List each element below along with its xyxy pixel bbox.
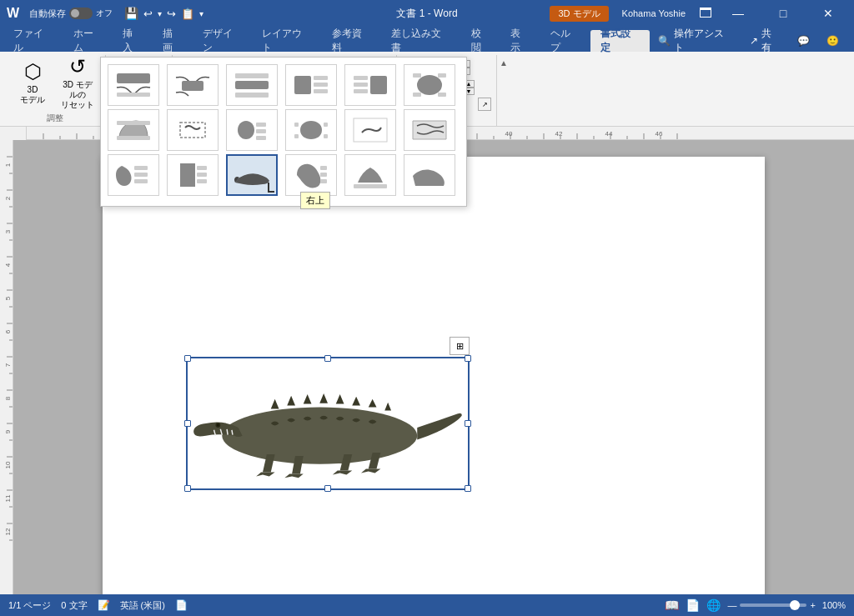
tab-draw[interactable]: 描画: [153, 30, 193, 52]
statusbar-right: 📖 📄 🌐 — + 100%: [665, 598, 846, 612]
handle-top-center[interactable]: [324, 355, 331, 362]
handle-bottom-right[interactable]: [465, 485, 471, 492]
handle-top-left[interactable]: [184, 355, 191, 362]
titlebar-right: 3D モデル Kohama Yoshie 🗖 — □ ✕: [550, 0, 847, 27]
view-icon-print[interactable]: 📄: [686, 598, 700, 612]
svg-text:1: 1: [4, 163, 12, 167]
svg-rect-122: [134, 173, 148, 177]
wrap-item-0[interactable]: [108, 64, 159, 106]
size-collapse-button[interactable]: ↗: [478, 98, 491, 111]
float-layout-button[interactable]: ⊞: [450, 337, 470, 355]
comments-button[interactable]: 💬: [789, 30, 818, 52]
wrap-item-17[interactable]: [404, 154, 455, 196]
zoom-track[interactable]: [740, 603, 806, 607]
autosave-toggle[interactable]: 自動保存 オフ: [29, 8, 113, 20]
tab-references[interactable]: 参考資料: [322, 30, 382, 52]
tab-review[interactable]: 校閲: [461, 30, 501, 52]
wrap-item-15[interactable]: [285, 154, 337, 196]
tab-3d-model[interactable]: 3D モデル: [550, 6, 608, 22]
zoom-minus-button[interactable]: —: [727, 600, 736, 610]
autosave-state: オフ: [96, 8, 113, 19]
svg-rect-129: [320, 179, 327, 183]
wrap-item-2[interactable]: [226, 64, 278, 106]
svg-point-91: [217, 423, 219, 426]
wrap-item-16[interactable]: [344, 154, 396, 196]
zoom-thumb[interactable]: [790, 600, 800, 610]
main-area: 1 2 3 4 5 6 7 8 9 10 11 12 ⊞: [0, 140, 854, 594]
tab-design[interactable]: デザイン: [193, 30, 253, 52]
tell-me-button[interactable]: 🔍 操作アシスト: [650, 30, 741, 52]
wrap-item-1[interactable]: [167, 64, 219, 106]
clipboard-icon[interactable]: 📋: [181, 8, 194, 20]
wrap-item-5[interactable]: [404, 64, 455, 106]
svg-text:9: 9: [4, 429, 12, 433]
wrap-item-4[interactable]: [344, 64, 396, 106]
autosave-switch[interactable]: [69, 8, 93, 19]
tab-file[interactable]: ファイル: [3, 30, 63, 52]
ribbon-collapse[interactable]: ▲: [497, 55, 510, 126]
share-label: 共有: [761, 27, 781, 55]
wrap-item-12[interactable]: [108, 154, 159, 196]
smiley-button[interactable]: 🙂: [818, 30, 847, 52]
svg-rect-114: [256, 129, 266, 133]
tab-home[interactable]: ホーム: [63, 30, 113, 52]
language[interactable]: 英語 (米国): [120, 599, 165, 612]
svg-rect-126: [197, 179, 207, 183]
image-selection[interactable]: ⊞: [186, 357, 470, 490]
wrap-item-11[interactable]: [404, 109, 455, 151]
undo-dropdown-icon[interactable]: ▾: [158, 9, 162, 18]
word-icon: W: [7, 6, 19, 21]
tab-help[interactable]: ヘルプ: [540, 30, 590, 52]
minimize-button[interactable]: —: [719, 0, 757, 27]
tab-mailings[interactable]: 差し込み文書: [381, 30, 460, 52]
tab-insert[interactable]: 挿入: [113, 30, 153, 52]
svg-rect-100: [314, 83, 328, 87]
wrap-item-3[interactable]: [285, 64, 337, 106]
handle-bottom-center[interactable]: [324, 485, 331, 492]
svg-text:40: 40: [505, 130, 513, 138]
wrap-item-13[interactable]: [167, 154, 219, 196]
titlebar-left: W 自動保存 オフ 💾 ↩ ▾ ↪ 📋 ▾: [7, 6, 203, 21]
search-icon: 🔍: [658, 35, 671, 47]
close-button[interactable]: ✕: [809, 0, 847, 27]
comment-icon: 💬: [797, 35, 810, 47]
titlebar: W 自動保存 オフ 💾 ↩ ▾ ↪ 📋 ▾ 文書 1 - Word 3D モデル…: [0, 0, 854, 27]
wrap-item-6[interactable]: [108, 109, 159, 151]
svg-rect-127: [320, 166, 327, 170]
wrap-item-8[interactable]: [226, 109, 278, 151]
wrap-item-9[interactable]: [285, 109, 337, 151]
handle-middle-right[interactable]: [465, 420, 471, 427]
share-button[interactable]: ↗ 共有: [741, 30, 789, 52]
view-icon-web[interactable]: 🌐: [706, 598, 721, 612]
zoom-level[interactable]: 100%: [822, 600, 846, 610]
svg-rect-107: [413, 73, 421, 78]
tab-format[interactable]: 書式設定: [590, 30, 651, 52]
3d-model-icon: ⬡: [24, 60, 42, 83]
document-page: ⊞: [103, 157, 765, 594]
zoom-plus-button[interactable]: +: [810, 600, 815, 610]
handle-bottom-left[interactable]: [184, 485, 191, 492]
customize-icon[interactable]: ▾: [199, 9, 203, 18]
doc-area[interactable]: ⊞: [13, 140, 854, 594]
maximize-button[interactable]: □: [764, 0, 802, 27]
3d-reset-button[interactable]: ↺ 3D モデルのリセット: [57, 58, 98, 107]
redo-icon[interactable]: ↪: [167, 8, 176, 20]
crocodile-image-container[interactable]: ⊞: [186, 357, 470, 490]
save-icon[interactable]: 💾: [124, 7, 138, 20]
svg-text:4: 4: [4, 263, 12, 267]
handle-middle-left[interactable]: [184, 420, 191, 427]
wrap-item-14-selected[interactable]: [226, 154, 278, 196]
view-icon-read[interactable]: 📖: [665, 598, 679, 612]
smiley-icon: 🙂: [826, 35, 839, 47]
handle-top-right[interactable]: [465, 355, 471, 362]
proofing-icon[interactable]: 📝: [98, 599, 110, 611]
undo-icon[interactable]: ↩: [143, 8, 153, 20]
tab-view[interactable]: 表示: [500, 30, 540, 52]
wrap-item-7[interactable]: [167, 109, 219, 151]
wrap-item-10[interactable]: [344, 109, 396, 151]
svg-text:44: 44: [605, 130, 613, 138]
3d-model-button[interactable]: ⬡ 3Dモデル: [12, 58, 53, 107]
tab-layout[interactable]: レイアウト: [252, 30, 321, 52]
format-doc-icon: 📄: [175, 599, 188, 611]
restore-icon[interactable]: 🗖: [699, 6, 712, 21]
